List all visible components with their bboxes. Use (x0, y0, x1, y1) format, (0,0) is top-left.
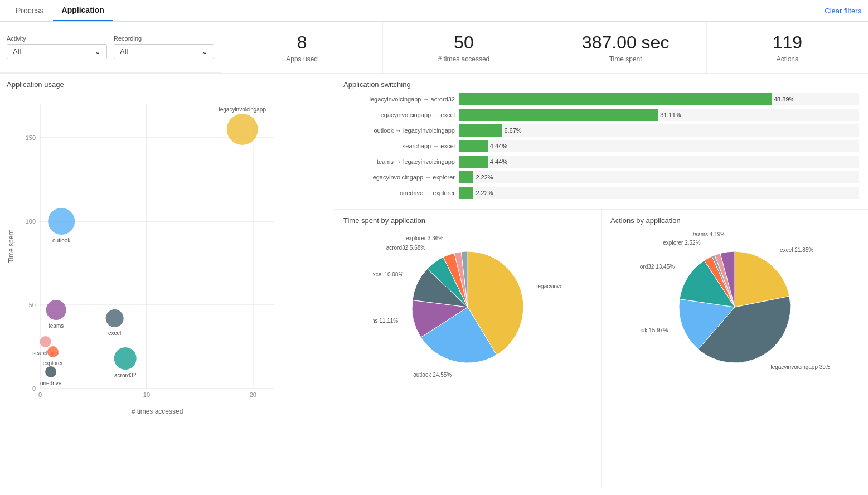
activity-select[interactable]: All ⌄ (7, 44, 107, 59)
svg-point-24 (114, 347, 137, 370)
svg-text:acrord32 13.45%: acrord32 13.45% (640, 264, 675, 270)
recording-filter: Recording All ⌄ (114, 35, 214, 59)
recording-value: All (120, 47, 128, 56)
bar-row-2: outlook → legacyinvoicingapp 6.67% (343, 124, 859, 137)
actions-value: 119 (718, 32, 857, 53)
stat-time-spent: 387.00 sec Time spent (545, 22, 706, 73)
bar-track: 6.67% (459, 124, 859, 137)
bar-track: 4.44% (459, 140, 859, 152)
bar-label: legacyinvoicingapp → acrord32 (343, 96, 455, 103)
stat-apps-used: 8 Apps used (221, 22, 382, 73)
bar-row-0: legacyinvoicingapp → acrord32 48.89% (343, 93, 859, 105)
bar-row-1: legacyinvoicingapp → excel 31.11% (343, 109, 859, 121)
svg-text:excel 21.85%: excel 21.85% (780, 247, 813, 253)
svg-text:legacyinvoicingapp 41.34%: legacyinvoicingapp 41.34% (536, 283, 562, 289)
svg-point-28 (47, 346, 59, 357)
actions-pie: excel 21.85%legacyinvoicingapp 39.5%outl… (640, 229, 830, 385)
bar-track: 2.22% (459, 171, 859, 183)
bar-fill (459, 156, 488, 168)
time-spent-pie: legacyinvoicingapp 41.34%outlook 24.55%t… (373, 229, 562, 385)
time-spent-chart-panel: Time spent by application legacyinvoicin… (334, 210, 602, 488)
bar-fill (459, 124, 502, 137)
times-accessed-value: 50 (394, 32, 533, 53)
svg-text:150: 150 (26, 134, 36, 141)
apps-used-label: Apps used (232, 55, 371, 63)
svg-text:acrord32 5.68%: acrord32 5.68% (386, 245, 426, 251)
recording-select[interactable]: All ⌄ (114, 44, 214, 59)
bar-label: legacyinvoicingapp → excel (343, 111, 455, 118)
bottom-charts: Time spent by application legacyinvoicin… (334, 210, 868, 488)
svg-text:0: 0 (38, 391, 42, 398)
stat-actions: 119 Actions (706, 22, 868, 73)
recording-label: Recording (114, 35, 214, 42)
bar-label: outlook → legacyinvoicingapp (343, 127, 455, 134)
bar-fill (459, 140, 488, 152)
recording-chevron-icon: ⌄ (202, 47, 208, 56)
times-accessed-label: # times accessed (394, 55, 533, 63)
bar-row-6: onedrive → explorer 2.22% (343, 187, 859, 199)
svg-text:legacyinvoicingapp 39.5%: legacyinvoicingapp 39.5% (770, 364, 830, 370)
app-switching-title: Application switching (343, 80, 859, 89)
time-spent-pie-container: legacyinvoicingapp 41.34%outlook 24.55%t… (343, 229, 592, 385)
bar-pct: 6.67% (504, 127, 521, 134)
tab-application[interactable]: Application (53, 0, 113, 21)
svg-text:# times accessed: # times accessed (132, 407, 183, 415)
svg-text:onedrive: onedrive (40, 380, 62, 386)
svg-text:excel: excel (108, 330, 121, 336)
scatter-chart: 01020050100150# times accessedTime spent… (7, 93, 319, 428)
time-spent-value: 387.00 sec (556, 32, 695, 53)
activity-chevron-icon: ⌄ (95, 47, 101, 56)
time-spent-label: Time spent (556, 55, 695, 63)
svg-point-20 (46, 300, 66, 320)
stats-section: 8 Apps used 50 # times accessed 387.00 s… (221, 22, 868, 73)
bar-row-3: searchapp → excel 4.44% (343, 140, 859, 152)
clear-filters-button[interactable]: Clear filters (825, 7, 861, 15)
svg-text:outlook 15.97%: outlook 15.97% (640, 327, 668, 333)
bar-track: 48.89% (459, 93, 859, 105)
svg-text:50: 50 (29, 302, 36, 308)
bar-fill (459, 187, 473, 199)
bar-label: legacyinvoicingapp → explorer (343, 174, 455, 181)
bar-pct: 4.44% (490, 158, 507, 165)
scatter-panel: Application usage 01020050100150# times … (0, 74, 334, 488)
svg-point-18 (48, 208, 75, 235)
bar-pct: 31.11% (660, 111, 681, 118)
bar-fill (459, 171, 473, 183)
actions-label: Actions (718, 55, 857, 63)
activity-label: Activity (7, 35, 107, 42)
bar-pct: 48.89% (774, 96, 794, 103)
right-panel: Application switching legacyinvoicingapp… (334, 74, 868, 488)
scatter-title: Application usage (7, 80, 327, 89)
svg-text:outlook 24.55%: outlook 24.55% (413, 372, 452, 378)
svg-text:explorer 3.36%: explorer 3.36% (406, 235, 443, 241)
actions-pie-container: excel 21.85%legacyinvoicingapp 39.5%outl… (610, 229, 859, 385)
actions-chart-title: Actions by application (610, 216, 859, 225)
svg-text:20: 20 (250, 391, 256, 398)
activity-filter: Activity All ⌄ (7, 35, 107, 59)
tabs-bar: Process Application Clear filters (0, 0, 868, 22)
filters-section: Activity All ⌄ Recording All ⌄ (0, 22, 221, 73)
svg-point-16 (227, 114, 258, 145)
stat-times-accessed: 50 # times accessed (382, 22, 544, 73)
tab-process[interactable]: Process (7, 1, 53, 21)
svg-text:100: 100 (26, 218, 36, 225)
svg-text:0: 0 (32, 385, 36, 392)
bar-track: 2.22% (459, 187, 859, 199)
svg-point-30 (45, 366, 56, 377)
bar-label: teams → legacyinvoicingapp (343, 158, 455, 165)
app-switching-section: Application switching legacyinvoicingapp… (334, 74, 868, 210)
bar-row-5: legacyinvoicingapp → explorer 2.22% (343, 171, 859, 183)
svg-text:teams: teams (49, 323, 64, 329)
svg-text:teams 4.19%: teams 4.19% (693, 231, 725, 237)
svg-text:Time spent: Time spent (7, 230, 15, 263)
bar-label: onedrive → explorer (343, 190, 455, 196)
svg-point-26 (40, 336, 51, 347)
bar-pct: 2.22% (476, 190, 493, 196)
activity-value: All (13, 47, 21, 56)
bar-row-4: teams → legacyinvoicingapp 4.44% (343, 156, 859, 168)
apps-used-value: 8 (232, 32, 371, 53)
svg-point-22 (106, 309, 124, 327)
time-spent-chart-title: Time spent by application (343, 216, 592, 225)
svg-text:outlook: outlook (52, 237, 71, 244)
svg-text:acrord32: acrord32 (114, 372, 137, 378)
